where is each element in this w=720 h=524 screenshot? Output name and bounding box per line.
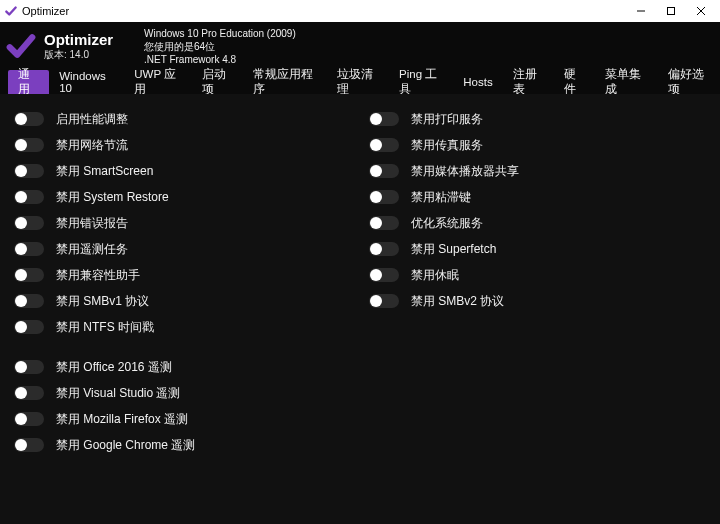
col1b-toggle-0[interactable] — [14, 360, 44, 374]
col1b-label-1: 禁用 Visual Studio 遥测 — [56, 385, 181, 402]
col2-toggle-4[interactable] — [369, 216, 399, 230]
tab-10[interactable]: 菜单集成 — [595, 70, 657, 94]
col1b-toggle-1[interactable] — [14, 386, 44, 400]
col1-row-7: 禁用 SMBv1 协议 — [10, 288, 355, 314]
minimize-button[interactable] — [626, 1, 656, 21]
col1-toggle-4[interactable] — [14, 216, 44, 230]
col1b-row-1: 禁用 Visual Studio 遥测 — [10, 380, 355, 406]
col1-toggle-6[interactable] — [14, 268, 44, 282]
col1-toggle-1[interactable] — [14, 138, 44, 152]
col2-row-6: 禁用休眠 — [365, 262, 710, 288]
tab-4[interactable]: 常规应用程序 — [243, 70, 326, 94]
tabs: 通用Windows 10UWP 应用启动项常规应用程序垃圾清理Ping 工具Ho… — [0, 70, 720, 94]
options-col-right: 禁用打印服务禁用传真服务禁用媒体播放器共享禁用粘滞键优化系统服务禁用 Super… — [365, 106, 710, 512]
tab-3[interactable]: 启动项 — [192, 70, 244, 94]
col1-row-1: 禁用网络节流 — [10, 132, 355, 158]
col2-label-6: 禁用休眠 — [411, 267, 459, 284]
col1-row-3: 禁用 System Restore — [10, 184, 355, 210]
col2-label-5: 禁用 Superfetch — [411, 241, 496, 258]
col1-toggle-7[interactable] — [14, 294, 44, 308]
col1-row-0: 启用性能调整 — [10, 106, 355, 132]
col1-spacer — [10, 340, 355, 354]
tab-2[interactable]: UWP 应用 — [124, 70, 191, 94]
window-title: Optimizer — [22, 5, 69, 17]
col1-row-8: 禁用 NTFS 时间戳 — [10, 314, 355, 340]
col2-toggle-0[interactable] — [369, 112, 399, 126]
col2-toggle-2[interactable] — [369, 164, 399, 178]
col2-row-1: 禁用传真服务 — [365, 132, 710, 158]
col1-toggle-2[interactable] — [14, 164, 44, 178]
col2-row-4: 优化系统服务 — [365, 210, 710, 236]
col1-toggle-8[interactable] — [14, 320, 44, 334]
col1-label-5: 禁用遥测任务 — [56, 241, 128, 258]
content: 启用性能调整禁用网络节流禁用 SmartScreen禁用 System Rest… — [0, 94, 720, 524]
col1-label-2: 禁用 SmartScreen — [56, 163, 153, 180]
col1-row-2: 禁用 SmartScreen — [10, 158, 355, 184]
col1-label-3: 禁用 System Restore — [56, 189, 169, 206]
app-name: Optimizer — [44, 31, 113, 48]
col1b-label-3: 禁用 Google Chrome 遥测 — [56, 437, 195, 454]
col1-label-0: 启用性能调整 — [56, 111, 128, 128]
col2-label-1: 禁用传真服务 — [411, 137, 483, 154]
col1-row-5: 禁用遥测任务 — [10, 236, 355, 262]
col2-row-5: 禁用 Superfetch — [365, 236, 710, 262]
col2-label-4: 优化系统服务 — [411, 215, 483, 232]
col1-toggle-3[interactable] — [14, 190, 44, 204]
tab-0[interactable]: 通用 — [8, 70, 49, 94]
options-col-left: 启用性能调整禁用网络节流禁用 SmartScreen禁用 System Rest… — [10, 106, 355, 512]
app-icon — [4, 4, 18, 18]
system-info: Windows 10 Pro Education (2009) 您使用的是64位… — [144, 27, 296, 66]
logo-block: Optimizer 版本: 14.0 — [6, 31, 136, 62]
tab-5[interactable]: 垃圾清理 — [327, 70, 389, 94]
maximize-button[interactable] — [656, 1, 686, 21]
app-title-block: Optimizer 版本: 14.0 — [44, 31, 113, 62]
col2-toggle-1[interactable] — [369, 138, 399, 152]
col1-label-1: 禁用网络节流 — [56, 137, 128, 154]
col1-label-7: 禁用 SMBv1 协议 — [56, 293, 149, 310]
col1b-row-2: 禁用 Mozilla Firefox 遥测 — [10, 406, 355, 432]
col1b-row-3: 禁用 Google Chrome 遥测 — [10, 432, 355, 458]
col1-label-6: 禁用兼容性助手 — [56, 267, 140, 284]
col1b-row-0: 禁用 Office 2016 遥测 — [10, 354, 355, 380]
col1-toggle-0[interactable] — [14, 112, 44, 126]
close-button[interactable] — [686, 1, 716, 21]
dotnet-line: .NET Framework 4.8 — [144, 53, 296, 66]
col2-row-2: 禁用媒体播放器共享 — [365, 158, 710, 184]
col2-toggle-7[interactable] — [369, 294, 399, 308]
col1-label-8: 禁用 NTFS 时间戳 — [56, 319, 154, 336]
col2-label-7: 禁用 SMBv2 协议 — [411, 293, 504, 310]
col2-label-2: 禁用媒体播放器共享 — [411, 163, 519, 180]
tab-9[interactable]: 硬件 — [554, 70, 595, 94]
col2-toggle-5[interactable] — [369, 242, 399, 256]
col2-label-3: 禁用粘滞键 — [411, 189, 471, 206]
col2-toggle-3[interactable] — [369, 190, 399, 204]
col1-label-4: 禁用错误报告 — [56, 215, 128, 232]
col2-toggle-6[interactable] — [369, 268, 399, 282]
logo-check-icon — [6, 31, 36, 61]
col2-row-0: 禁用打印服务 — [365, 106, 710, 132]
app-version: 版本: 14.0 — [44, 48, 113, 62]
col1b-label-0: 禁用 Office 2016 遥测 — [56, 359, 172, 376]
arch-line: 您使用的是64位 — [144, 40, 296, 53]
titlebar: Optimizer — [0, 0, 720, 22]
col1-row-4: 禁用错误报告 — [10, 210, 355, 236]
col1b-toggle-3[interactable] — [14, 438, 44, 452]
svg-rect-1 — [668, 8, 675, 15]
col2-row-3: 禁用粘滞键 — [365, 184, 710, 210]
col2-label-0: 禁用打印服务 — [411, 111, 483, 128]
col1-toggle-5[interactable] — [14, 242, 44, 256]
col1-row-6: 禁用兼容性助手 — [10, 262, 355, 288]
tab-7[interactable]: Hosts — [453, 70, 502, 94]
header: Optimizer 版本: 14.0 Windows 10 Pro Educat… — [0, 22, 720, 70]
os-line: Windows 10 Pro Education (2009) — [144, 27, 296, 40]
col1b-toggle-2[interactable] — [14, 412, 44, 426]
tab-11[interactable]: 偏好选项 — [658, 70, 720, 94]
col1b-label-2: 禁用 Mozilla Firefox 遥测 — [56, 411, 188, 428]
tab-1[interactable]: Windows 10 — [49, 70, 124, 94]
tab-6[interactable]: Ping 工具 — [389, 70, 453, 94]
col2-row-7: 禁用 SMBv2 协议 — [365, 288, 710, 314]
tab-8[interactable]: 注册表 — [503, 70, 555, 94]
